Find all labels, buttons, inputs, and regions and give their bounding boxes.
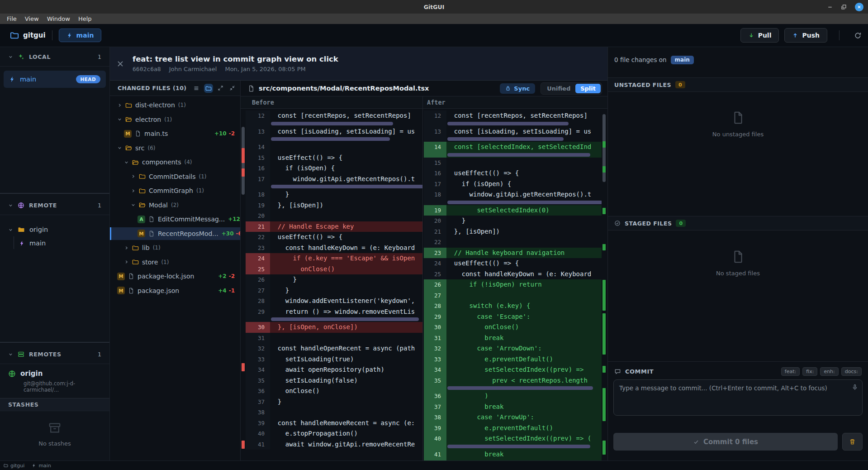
- after-scrollbar[interactable]: [602, 109, 607, 460]
- line-number: 30: [424, 322, 446, 333]
- tree-row[interactable]: store(1): [110, 256, 240, 269]
- diff-file-path: src/components/Modal/RecentReposModal.ts…: [259, 85, 429, 92]
- repo-indicator[interactable]: gitgui: [10, 31, 46, 40]
- tree-row[interactable]: electron(1): [110, 113, 240, 126]
- file-count: (6): [147, 145, 155, 151]
- diff-marker-removed: [242, 363, 245, 371]
- code-text: // Handle Escape key: [270, 221, 422, 232]
- minimize-icon[interactable]: [827, 4, 833, 10]
- line-number: 14: [424, 142, 446, 158]
- tree-row[interactable]: AEditCommitMessag...+128: [110, 213, 240, 225]
- file-tree: dist-electron(1)electron(1)Mmain.ts+10-2…: [110, 96, 240, 297]
- microphone-icon[interactable]: [852, 384, 858, 390]
- code-text: break: [446, 402, 602, 412]
- sync-scroll-button[interactable]: Sync: [500, 83, 535, 94]
- tree-row[interactable]: components(4): [110, 156, 240, 168]
- diff-line: 38 case 'ArrowUp':: [424, 412, 602, 423]
- status-badge: M: [138, 230, 145, 237]
- close-icon[interactable]: [855, 3, 863, 11]
- file-count: (1): [178, 102, 186, 108]
- chevron-down-icon: [8, 352, 13, 357]
- code-text: const handleOpenRecent = async (path: [270, 343, 422, 354]
- status-badge: M: [124, 130, 132, 138]
- section-count: 1: [98, 351, 101, 358]
- sidebar-item-remote-main[interactable]: main: [19, 236, 105, 250]
- expand-all-icon[interactable]: [216, 84, 225, 92]
- diff-line: 20: [246, 211, 422, 221]
- file-label: RecentReposMod...: [158, 230, 218, 237]
- tree-row[interactable]: MRecentReposMod...+30-6: [110, 227, 240, 240]
- commit-type-badge[interactable]: feat:: [781, 367, 800, 376]
- tree-row[interactable]: Mpackage-lock.json+2-2: [110, 270, 240, 283]
- line-number: 19: [246, 200, 270, 211]
- branch-button[interactable]: main: [59, 29, 102, 42]
- pull-button[interactable]: Pull: [740, 28, 779, 43]
- arrow-up-icon: [792, 32, 798, 38]
- commit-message-input[interactable]: [613, 379, 863, 416]
- commit-type-badge[interactable]: fix:: [802, 367, 817, 376]
- diff-line: 22: [424, 237, 602, 248]
- line-number: 27: [424, 290, 446, 301]
- diff-line: 38: [246, 407, 422, 418]
- before-scrollbar[interactable]: [241, 109, 246, 460]
- sync-label: Sync: [514, 85, 530, 92]
- before-column-label: Before: [241, 96, 423, 108]
- file-count: (4): [185, 159, 192, 165]
- commit-type-badge[interactable]: docs:: [841, 367, 862, 376]
- line-number: 42: [424, 460, 446, 460]
- sidebar-item-remote-origin[interactable]: origin: [8, 367, 105, 380]
- tree-row[interactable]: CommitDetails(1): [110, 170, 240, 183]
- menu-window[interactable]: Window: [43, 14, 74, 23]
- diff-stats: +2-2: [218, 273, 235, 279]
- section-local[interactable]: LOCAL 1: [0, 47, 109, 67]
- statusbar-branch-name: main: [38, 463, 51, 469]
- diff-line: 29 case 'Escape':: [424, 312, 602, 322]
- tree-row[interactable]: Modal(2): [110, 199, 240, 211]
- sidebar-item-main-branch[interactable]: main HEAD: [4, 71, 106, 88]
- folder-open-icon: [132, 159, 139, 166]
- diff-line: 37 break: [424, 402, 602, 412]
- tree-row[interactable]: Mmain.ts+10-2: [110, 127, 240, 140]
- inline-change-bar: [271, 137, 390, 141]
- chevron-right-icon: [131, 188, 136, 193]
- sidebar-item-origin-folder[interactable]: origin: [8, 223, 105, 236]
- tree-row[interactable]: lib(1): [110, 241, 240, 254]
- code-text: case 'Enter':: [446, 460, 602, 460]
- section-remote[interactable]: REMOTE 1: [0, 196, 109, 215]
- unified-mode-button[interactable]: Unified: [542, 84, 575, 93]
- close-commit-icon[interactable]: [116, 60, 124, 68]
- code-text: useEffect(() => {: [446, 168, 602, 179]
- tree-row[interactable]: dist-electron(1): [110, 99, 240, 111]
- diff-line: 39 e.preventDefault(): [424, 423, 602, 434]
- restore-icon[interactable]: [841, 4, 847, 10]
- collapse-all-icon[interactable]: [228, 84, 237, 92]
- changes-summary: 0 file changes on main: [608, 47, 868, 72]
- archive-icon: [0, 421, 109, 435]
- commit-type-badge[interactable]: enh:: [820, 367, 838, 376]
- refresh-icon[interactable]: [854, 32, 862, 39]
- menu-help[interactable]: Help: [74, 14, 96, 23]
- tree-view-icon[interactable]: [204, 84, 213, 93]
- globe-icon: [8, 370, 16, 378]
- tree-row[interactable]: Mpackage.json+4-1: [110, 284, 240, 297]
- line-number: 12: [246, 110, 270, 126]
- commit-button[interactable]: Commit 0 files: [613, 433, 838, 451]
- file-icon: [128, 273, 134, 279]
- split-mode-button[interactable]: Split: [575, 84, 601, 93]
- diff-mode-toggle: Unified Split: [541, 82, 602, 95]
- unstaged-count-badge: 0: [675, 81, 685, 88]
- tree-row[interactable]: src(6): [110, 142, 240, 154]
- file-label: package-lock.json: [138, 273, 194, 280]
- section-remotes[interactable]: REMOTES 1: [0, 345, 109, 364]
- diff-file-header: src/components/Modal/RecentReposModal.ts…: [241, 81, 607, 96]
- diff-line: 37 }: [246, 397, 422, 408]
- tree-row[interactable]: CommitGraph(1): [110, 184, 240, 197]
- push-button[interactable]: Push: [784, 28, 827, 43]
- section-stashes[interactable]: STASHES: [0, 398, 109, 411]
- menu-view[interactable]: View: [21, 14, 43, 23]
- discard-trash-icon[interactable]: [842, 433, 863, 451]
- menu-file[interactable]: File: [3, 14, 21, 23]
- file-label: Modal: [149, 201, 168, 209]
- list-view-icon[interactable]: [192, 84, 201, 93]
- line-number: 32: [246, 343, 270, 354]
